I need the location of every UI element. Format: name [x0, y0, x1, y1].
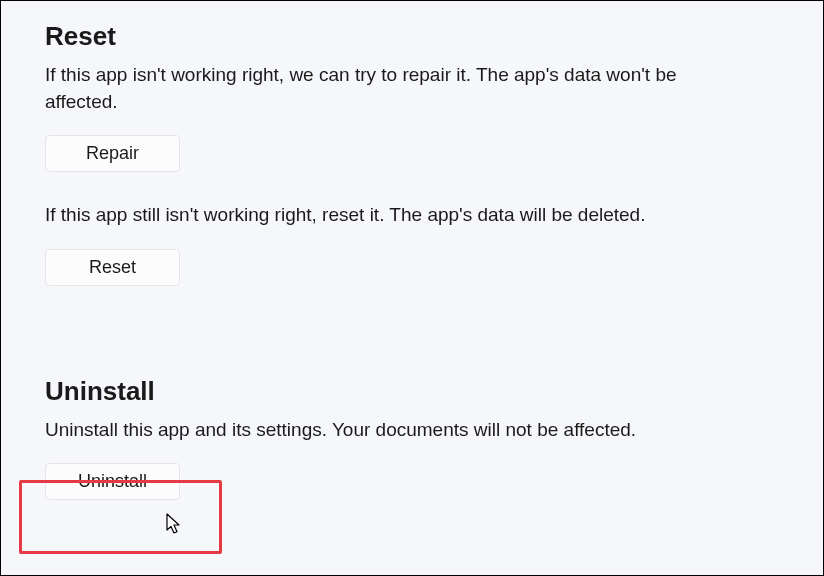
repair-button[interactable]: Repair: [45, 135, 180, 172]
uninstall-description: Uninstall this app and its settings. You…: [45, 417, 745, 444]
reset-description: If this app still isn't working right, r…: [45, 202, 745, 229]
repair-description: If this app isn't working right, we can …: [45, 62, 745, 115]
uninstall-heading: Uninstall: [45, 376, 779, 407]
uninstall-button[interactable]: Uninstall: [45, 463, 180, 500]
reset-button[interactable]: Reset: [45, 249, 180, 286]
reset-heading: Reset: [45, 21, 779, 52]
